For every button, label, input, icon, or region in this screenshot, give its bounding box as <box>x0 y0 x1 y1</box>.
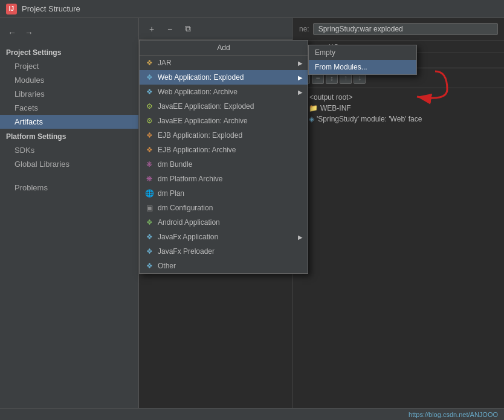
sidebar-item-project[interactable]: Project <box>0 59 138 73</box>
menu-item-jar-label: JAR <box>158 59 172 67</box>
menu-item-ejb-archive-label: EJB Application: Archive <box>158 146 236 154</box>
jar-arrow: ▶ <box>298 60 303 66</box>
menu-item-ejb-archive[interactable]: ❖ EJB Application: Archive <box>140 143 308 157</box>
sidebar-item-facets[interactable]: Facets <box>0 101 138 115</box>
add-button[interactable]: + <box>144 21 160 37</box>
sub-item-empty-label: Empty <box>315 48 335 57</box>
module-icon: ◈ <box>309 115 314 123</box>
status-bar: https://blog.csdn.net/ANJOOO <box>0 408 504 420</box>
name-label: ne: <box>299 25 309 33</box>
android-icon: ❖ <box>144 218 154 227</box>
sidebar-item-modules[interactable]: Modules <box>0 73 138 87</box>
menu-item-ejb-exploded-label: EJB Application: Exploded <box>158 131 242 140</box>
sidebar-item-artifacts[interactable]: ▶ Artifacts <box>0 115 138 129</box>
javafx-arrow: ▶ <box>298 234 303 241</box>
ejb-archive-icon: ❖ <box>144 145 154 155</box>
sidebar-item-libraries[interactable]: Libraries <box>0 87 138 101</box>
menu-item-jar[interactable]: ❖ JAR ▶ <box>140 56 308 70</box>
right-panel: ne: SpringStudy:war exploded \framework\… <box>292 18 504 408</box>
sub-dropdown: Empty From Modules... <box>308 45 417 75</box>
content-area: + − ⧉ Add ❖ JAR ▶ ❖ Web Application: Exp… <box>139 18 504 420</box>
dm-platform-icon: ❋ <box>144 174 154 184</box>
jar-icon: ❖ <box>144 58 154 68</box>
menu-item-dm-bundle-label: dm Bundle <box>158 160 192 169</box>
webinf-folder-icon: 📁 <box>309 104 318 112</box>
menu-item-javafx[interactable]: ❖ JavaFx Application ▶ <box>140 230 308 244</box>
output-root-item: 📁 <output root> <box>298 92 499 103</box>
sidebar: ← → Project Settings Project Modules Lib… <box>0 18 139 420</box>
menu-item-web-archive[interactable]: ❖ Web Application: Archive ▶ <box>140 85 308 99</box>
sidebar-nav-buttons: ← → <box>0 23 138 45</box>
menu-item-web-exploded[interactable]: ❖ Web Application: Exploded ▶ <box>140 70 308 85</box>
app-logo: IJ <box>6 4 17 15</box>
menu-item-dm-platform[interactable]: ❋ dm Platform Archive <box>140 172 308 186</box>
dm-config-icon: ▣ <box>144 203 154 213</box>
menu-item-android-label: Android Application <box>158 218 220 227</box>
javafx-preloader-icon: ❖ <box>144 247 154 256</box>
copy-button[interactable]: ⧉ <box>180 21 196 37</box>
dm-bundle-icon: ❋ <box>144 160 154 169</box>
sidebar-item-problems[interactable]: Problems <box>0 181 138 195</box>
menu-item-web-exploded-label: Web Application: Exploded <box>158 73 244 82</box>
web-archive-icon: ❖ <box>144 87 154 97</box>
nav-forward-button[interactable]: → <box>22 25 36 40</box>
javaee-archive-icon: ⚙ <box>144 116 154 126</box>
sub-item-empty[interactable]: Empty <box>309 45 416 60</box>
menu-item-web-archive-label: Web Application: Archive <box>158 88 237 96</box>
title-bar-text: Project Structure <box>22 4 80 13</box>
web-exploded-icon: ❖ <box>144 73 154 82</box>
menu-item-dm-plan-label: dm Plan <box>158 189 184 198</box>
menu-item-dm-config[interactable]: ▣ dm Configuration <box>140 201 308 215</box>
menu-item-javaee-archive-label: JavaEE Application: Archive <box>158 117 248 125</box>
nav-back-button[interactable]: ← <box>5 25 19 40</box>
artifact-name-row: ne: SpringStudy:war exploded <box>293 18 504 40</box>
menu-item-dm-plan[interactable]: 🌐 dm Plan <box>140 186 308 201</box>
web-exploded-arrow: ▶ <box>298 74 303 81</box>
menu-item-javaee-exploded-label: JavaEE Application: Exploded <box>158 102 254 111</box>
add-dropdown: Add ❖ JAR ▶ ❖ Web Application: Exploded … <box>139 40 308 274</box>
remove-button[interactable]: − <box>162 21 178 37</box>
sub-item-from-modules-label: From Modules... <box>315 63 367 71</box>
platform-settings-header: Platform Settings <box>0 129 138 143</box>
output-tree: 📁 <output root> 📁 WEB-INF ◈ 'SpringStudy… <box>293 88 504 128</box>
sidebar-item-global-libraries[interactable]: Global Libraries <box>0 157 138 171</box>
add-dropdown-header: Add <box>140 40 308 56</box>
menu-item-javafx-preloader[interactable]: ❖ JavaFx Preloader <box>140 244 308 259</box>
menu-item-javafx-label: JavaFx Application <box>158 233 218 241</box>
output-webinf-item: 📁 WEB-INF <box>298 103 499 114</box>
project-settings-header: Project Settings <box>0 45 138 59</box>
javafx-icon: ❖ <box>144 232 154 242</box>
menu-item-other-label: Other <box>158 262 176 270</box>
menu-item-android[interactable]: ❖ Android Application <box>140 215 308 230</box>
title-bar: IJ Project Structure <box>0 0 504 18</box>
sidebar-item-sdks[interactable]: SDKs <box>0 143 138 157</box>
sub-item-from-modules[interactable]: From Modules... <box>309 60 416 74</box>
menu-item-dm-config-label: dm Configuration <box>158 204 213 212</box>
artifact-name-value[interactable]: SpringStudy:war exploded <box>313 23 498 35</box>
output-module-item: ◈ 'SpringStudy' module: 'Web' face <box>298 114 499 124</box>
main-layout: ← → Project Settings Project Modules Lib… <box>0 18 504 420</box>
menu-item-dm-platform-label: dm Platform Archive <box>158 175 222 183</box>
menu-item-javaee-exploded[interactable]: ⚙ JavaEE Application: Exploded <box>140 99 308 114</box>
other-icon: ❖ <box>144 261 154 271</box>
menu-item-ejb-exploded[interactable]: ❖ EJB Application: Exploded <box>140 128 308 143</box>
status-url: https://blog.csdn.net/ANJOOO <box>409 411 498 418</box>
dm-plan-icon: 🌐 <box>144 189 154 198</box>
menu-item-javafx-preloader-label: JavaFx Preloader <box>158 247 215 256</box>
ejb-exploded-icon: ❖ <box>144 131 154 140</box>
menu-item-other[interactable]: ❖ Other <box>140 259 308 273</box>
menu-item-javaee-archive[interactable]: ⚙ JavaEE Application: Archive <box>140 114 308 128</box>
javaee-exploded-icon: ⚙ <box>144 102 154 111</box>
web-archive-arrow: ▶ <box>298 89 303 95</box>
menu-item-dm-bundle[interactable]: ❋ dm Bundle <box>140 157 308 172</box>
